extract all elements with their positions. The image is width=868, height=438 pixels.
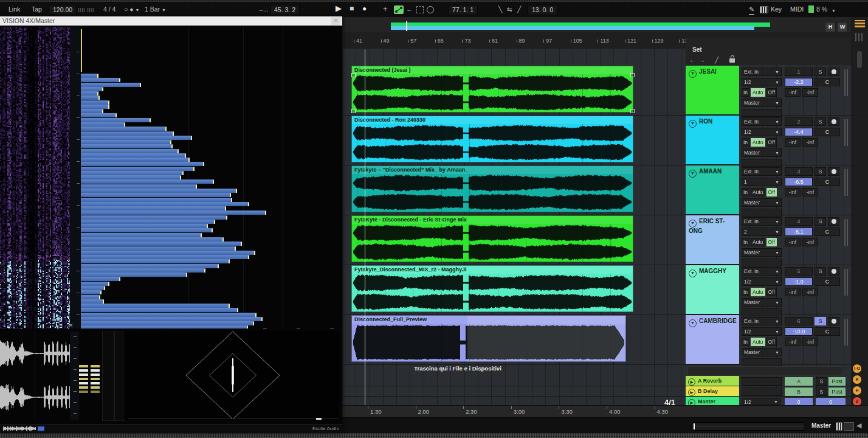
- metronome-icon[interactable]: ○ ● ▼: [124, 5, 139, 14]
- input-channel-menu[interactable]: 1/2▼: [742, 327, 782, 336]
- plugin-title-bar[interactable]: VISION 4X/Master ✕: [0, 16, 342, 26]
- send-b-field[interactable]: -inf: [802, 88, 818, 97]
- return-io-box[interactable]: [742, 388, 782, 396]
- fold-icon[interactable]: ▼: [689, 319, 697, 327]
- metronome-ticks-icon[interactable]: |||| ||||: [78, 5, 95, 14]
- fold-icon[interactable]: ▼: [689, 120, 697, 128]
- mixer-toggle-h[interactable]: H: [853, 386, 861, 395]
- solo-button[interactable]: S: [815, 217, 826, 226]
- fold-icon[interactable]: ▼: [689, 70, 697, 78]
- track-header[interactable]: ▼MAGGHY: [686, 265, 739, 315]
- cpu-caret-icon[interactable]: ▼: [832, 6, 836, 15]
- audio-clip[interactable]: Fytakyte – “Disconnected” Mix_ by Amaan_: [351, 165, 633, 212]
- clip-title[interactable]: FytaKyte - Disconnected - Eric St-Onge M…: [352, 216, 633, 224]
- audio-clip[interactable]: Disconnected - Ron 240330: [351, 116, 633, 162]
- input-type-menu[interactable]: Ext. In▼: [742, 217, 782, 226]
- tap-button[interactable]: Tap: [32, 5, 42, 14]
- automation-mode-icon[interactable]: [394, 5, 404, 14]
- computer-midi-keyboard-icon[interactable]: [760, 6, 768, 13]
- output-menu[interactable]: Master▼: [742, 148, 782, 157]
- output-menu[interactable]: Master▼: [742, 99, 782, 107]
- volume-field[interactable]: -6.5: [785, 178, 813, 186]
- volume-field[interactable]: -2.2: [785, 78, 813, 86]
- clip-waveform[interactable]: [352, 74, 633, 112]
- clip-handle[interactable]: [351, 109, 356, 113]
- monitor-in-button[interactable]: In: [742, 138, 749, 147]
- loop-start-field[interactable]: 77. 1. 1: [448, 5, 478, 15]
- volume-field[interactable]: -4.4: [785, 128, 813, 136]
- arm-button[interactable]: [828, 217, 839, 226]
- send-a-field[interactable]: -inf: [785, 138, 801, 147]
- return-header-b[interactable]: ▶B Delay: [686, 386, 739, 396]
- pan-field[interactable]: C: [815, 277, 840, 286]
- pane-scroll-handle[interactable]: [316, 418, 322, 420]
- loop-switch-icon[interactable]: ⇆: [507, 5, 512, 14]
- pan-field[interactable]: C: [815, 228, 840, 236]
- pan-field[interactable]: C: [815, 128, 840, 136]
- monitor-off-button[interactable]: Off: [766, 288, 777, 296]
- play-button[interactable]: ▶: [336, 4, 342, 13]
- send-b-field[interactable]: -inf: [802, 188, 818, 196]
- output-menu[interactable]: Master▼: [742, 348, 782, 356]
- mini-keyboard-icon[interactable]: [836, 422, 842, 431]
- track-header[interactable]: ▼RON: [686, 116, 739, 165]
- send-a-field[interactable]: -inf: [785, 88, 801, 97]
- arrangement-position-field[interactable]: 45. 3. 2: [270, 5, 300, 15]
- audio-clip[interactable]: Disconnected_Full_Preview: [351, 315, 626, 362]
- clip-waveform[interactable]: [352, 274, 633, 311]
- back-to-arrangement-icon[interactable]: ←: [406, 5, 413, 14]
- send-a-button[interactable]: A: [785, 377, 813, 386]
- volume-field[interactable]: -5.1: [785, 228, 813, 236]
- solo-button[interactable]: S: [816, 388, 827, 396]
- loop-length-field[interactable]: 13. 0. 0: [528, 5, 557, 15]
- post-toggle[interactable]: Post: [828, 377, 846, 386]
- clip-handle[interactable]: [630, 109, 635, 113]
- track-header[interactable]: ▼JESAI: [686, 66, 739, 115]
- output-channel-box[interactable]: [742, 358, 782, 366]
- post-toggle[interactable]: Post: [828, 388, 846, 396]
- output-menu[interactable]: Master▼: [742, 248, 782, 257]
- input-channel-menu[interactable]: 1/2▼: [742, 277, 782, 286]
- fold-icon[interactable]: ▼: [689, 220, 697, 228]
- time-signature-field[interactable]: 4 / 4: [103, 5, 115, 14]
- key-map-button[interactable]: Key: [771, 5, 782, 14]
- input-channel-menu[interactable]: 2▼: [742, 228, 782, 236]
- clip-waveform[interactable]: [352, 174, 633, 212]
- record-button[interactable]: ●: [362, 4, 367, 13]
- mixer-toggle-i-o[interactable]: I-O: [853, 364, 861, 373]
- track-header[interactable]: ▼CAMBRIDGE: [686, 315, 739, 364]
- clip-waveform[interactable]: [352, 224, 633, 262]
- monitor-auto-button[interactable]: Auto: [751, 338, 765, 346]
- monitor-in-button[interactable]: In: [742, 238, 749, 246]
- volume-field[interactable]: -1.0: [785, 277, 813, 286]
- follow-icon[interactable]: →‥: [258, 5, 269, 14]
- clip-waveform[interactable]: [352, 124, 633, 162]
- monitor-auto-button[interactable]: Auto: [751, 188, 765, 196]
- tempo-field[interactable]: 120.00: [49, 5, 77, 15]
- send-b-button[interactable]: B: [785, 388, 813, 396]
- input-channel-menu[interactable]: 1/2▼: [742, 78, 782, 86]
- clip-title[interactable]: Disconnected - Ron 240330: [352, 116, 633, 124]
- return-row-a[interactable]: ▶A Reverb A S Post: [342, 376, 851, 386]
- return-header-a[interactable]: ▶A Reverb: [686, 376, 739, 386]
- midi-map-button[interactable]: MIDI: [790, 5, 804, 14]
- send-b-field[interactable]: -inf: [802, 138, 818, 147]
- circle-tool-icon[interactable]: [427, 6, 434, 13]
- quantize-menu[interactable]: 1 Bar ▼: [145, 5, 166, 14]
- pan-field[interactable]: C: [815, 78, 840, 86]
- track-header[interactable]: ▼AMAAN: [686, 165, 739, 215]
- fold-icon[interactable]: ▼: [689, 269, 697, 277]
- mixer-toggle-d[interactable]: D: [853, 397, 861, 406]
- send-b-field[interactable]: -inf: [802, 288, 818, 296]
- input-channel-menu[interactable]: 1▼: [742, 178, 782, 186]
- monitor-in-button[interactable]: In: [742, 88, 749, 97]
- monitor-off-button[interactable]: Off: [766, 138, 777, 147]
- audio-clip[interactable]: Disconnected (Jesai ): [351, 66, 633, 113]
- input-type-menu[interactable]: Ext. In▼: [742, 68, 782, 76]
- monitor-auto-button[interactable]: Auto: [751, 138, 765, 147]
- drop-target-box[interactable]: [687, 366, 843, 375]
- clip-title[interactable]: Fytakyte – “Disconnected” Mix_ by Amaan_: [352, 166, 633, 174]
- input-type-menu[interactable]: Ext. In▼: [742, 317, 782, 325]
- draw-mode-pencil-icon[interactable]: ✎: [749, 5, 754, 15]
- track-header[interactable]: ▼ERIC ST-ONG: [686, 215, 739, 265]
